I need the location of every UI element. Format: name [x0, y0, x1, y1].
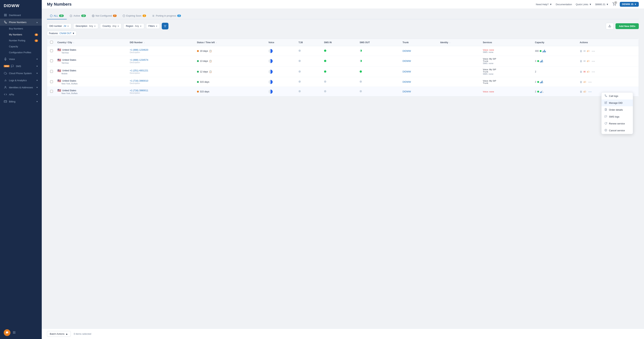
svg-point-19	[614, 5, 614, 5]
row1-delete-icon[interactable]: 🗑	[580, 49, 582, 52]
col-sms-in: SMS IN	[322, 39, 358, 46]
row4-t38	[296, 77, 322, 87]
row2-capacity: 3	[533, 56, 578, 66]
row3-delete-icon[interactable]: 🗑	[580, 70, 582, 73]
row3-checkbox[interactable]	[50, 70, 53, 73]
row4-services: Voice: My SIP Trunk	[480, 77, 533, 87]
row2-tag-icon[interactable]: 🏷	[587, 60, 590, 63]
sidebar-item-capacity[interactable]: Capacity	[0, 43, 42, 49]
documentation-button[interactable]: Documentation	[556, 3, 572, 6]
number-porting-badge: 1	[35, 39, 38, 42]
row4-checkbox[interactable]	[50, 80, 53, 83]
chevron-billing-icon: ▼	[36, 101, 38, 103]
row2-status: 13 days 📋	[195, 56, 266, 66]
tab-porting[interactable]: Porting in progress 2	[149, 12, 184, 19]
row1-tag-icon[interactable]: 🏷	[587, 49, 590, 52]
row2-more-button[interactable]: ⋯	[590, 59, 596, 63]
filters-row2: Features CNAM OUT ▼	[47, 31, 639, 36]
context-menu: Call logs Manage DID	[601, 92, 633, 134]
sidebar-item-billing[interactable]: Billing ▼	[0, 98, 42, 105]
cart-button[interactable]: 0	[612, 2, 616, 6]
row5-country: 🇺🇸 United States New York, Buffalo	[55, 87, 128, 96]
col-services: Services	[480, 39, 533, 46]
apps-grid-icon[interactable]	[13, 331, 16, 335]
user-menu-button[interactable]: DIDWW JS ▼	[620, 2, 639, 7]
balance-display[interactable]: $9880.31 ▼	[595, 3, 608, 6]
phone-logs-icon	[604, 94, 607, 98]
row3-tag-icon[interactable]: 🏷	[587, 70, 590, 73]
row1-more-button[interactable]: ⋯	[590, 49, 596, 53]
filter-region[interactable]: Region Any ▼	[123, 23, 144, 29]
sidebar-item-cloud-phone[interactable]: Cloud Phone System ▼	[0, 70, 42, 77]
row3-more-button[interactable]: ⋯	[590, 69, 596, 74]
quick-links-button[interactable]: Quick Links ▼	[576, 3, 592, 6]
sidebar-item-configuration-profiles[interactable]: Configuration Profiles	[0, 49, 42, 55]
svg-rect-16	[13, 333, 14, 334]
row2-sms-in	[322, 56, 358, 66]
row3-sms-out	[358, 66, 400, 77]
items-selected-label: 0 items selected	[74, 333, 91, 335]
tab-active[interactable]: Active 13	[67, 12, 89, 19]
tab-not-configured[interactable]: Not Configured 7	[89, 12, 120, 19]
row1-email-icon[interactable]: ✉	[584, 49, 586, 52]
col-did: DID Number ↕	[128, 39, 194, 46]
row5-capacity: 2	[533, 87, 578, 96]
features-value: CNAM OUT	[60, 32, 71, 35]
header-right: Need Help? ▼ Documentation Quick Links ▼…	[536, 2, 639, 7]
row4-delete-icon[interactable]: 🗑	[580, 80, 582, 83]
row5-checkbox[interactable]	[50, 90, 53, 93]
row1-checkbox[interactable]	[50, 49, 53, 52]
row2-delete-icon[interactable]: 🗑	[580, 60, 582, 63]
sidebar-item-apis[interactable]: APIs ▼	[0, 91, 42, 98]
row2-checkbox[interactable]	[50, 59, 53, 62]
sidebar-item-dashboard[interactable]: Dashboard	[0, 11, 42, 19]
filters-more-button[interactable]: Filters ▼	[146, 23, 160, 29]
download-button[interactable]	[606, 23, 614, 29]
row5-sms-in	[322, 87, 358, 96]
row2-did: +1 (888) 1234574 Description	[128, 56, 194, 66]
row5-tag-icon[interactable]: 🏷	[584, 90, 586, 93]
row3-services: Voice: My SIP Trunk SMS: none	[480, 66, 533, 77]
sidebar-item-my-numbers[interactable]: My Numbers 8	[0, 32, 42, 38]
logo: DIDWW	[0, 0, 42, 11]
filter-apply-button[interactable]	[162, 23, 168, 29]
context-manage-did[interactable]: Manage DID	[602, 99, 633, 106]
context-cancel-service[interactable]: Cancel service	[602, 127, 633, 134]
filter-region-label: Region	[126, 25, 133, 27]
col-trunk: Trunk	[400, 39, 438, 46]
row5-more-button[interactable]: ⋯	[587, 89, 593, 94]
batch-actions-button[interactable]: Batch Actions ▲	[47, 331, 71, 337]
row2-email-icon[interactable]: ✉	[584, 60, 586, 63]
filter-country[interactable]: Country Any ▼	[100, 23, 122, 29]
row5-delete-icon[interactable]: 🗑	[580, 90, 582, 93]
filter-description[interactable]: Description Any ▼	[73, 23, 98, 29]
sidebar-item-logs[interactable]: Logs & Analytics ▼	[0, 77, 42, 84]
sidebar-item-number-porting[interactable]: Number Porting 1	[0, 38, 42, 43]
row5-did: +1 (716) 3990011 Description	[128, 87, 194, 96]
tab-expiring-soon[interactable]: Expiring Soon 1	[120, 12, 149, 19]
sidebar-item-buy-numbers[interactable]: Buy Numbers	[0, 26, 42, 32]
filter-did-number[interactable]: DID number All ▼	[47, 23, 71, 29]
context-call-logs[interactable]: Call logs	[602, 93, 633, 99]
row4-more-button[interactable]: ⋯	[587, 79, 593, 84]
sidebar-item-phone-numbers[interactable]: Phone Numbers ▲	[0, 19, 42, 26]
row3-alert-icon[interactable]: ✉	[584, 70, 586, 73]
sidebar-item-sms[interactable]: NEW SMS ▼	[0, 63, 42, 70]
select-all-checkbox[interactable]	[50, 41, 53, 43]
chat-button[interactable]	[4, 329, 10, 336]
table-row: 🇺🇸 United States Mobile +1 (251) 4001221…	[47, 66, 638, 77]
add-new-dids-button[interactable]: Add New DIDs	[616, 23, 639, 29]
sidebar-item-identities[interactable]: Identities & Addresses ▼	[0, 84, 42, 91]
row1-identity	[438, 46, 480, 56]
context-renew-service[interactable]: Renew service	[602, 120, 633, 127]
tab-all[interactable]: ALL 15	[47, 12, 67, 19]
context-order-details[interactable]: Order details	[602, 106, 633, 113]
need-help-button[interactable]: Need Help? ▼	[536, 3, 552, 6]
row4-tag-icon[interactable]: 🏷	[584, 80, 586, 83]
chevron-api-icon: ▼	[36, 93, 38, 95]
context-sms-logs[interactable]: SMS logs	[602, 113, 633, 120]
chevron-filters-icon: ▼	[156, 25, 158, 27]
sidebar-item-voice[interactable]: Voice ▼	[0, 55, 42, 63]
content-area: ALL 15 Active 13 Not Configured 7 Expiri…	[42, 9, 644, 329]
feature-cnam-tag[interactable]: Features CNAM OUT ▼	[47, 31, 76, 36]
